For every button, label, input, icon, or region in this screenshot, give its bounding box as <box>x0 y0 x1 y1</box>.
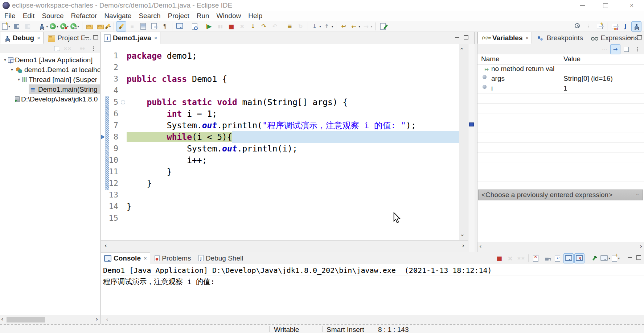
code-line-5[interactable]: 5 public static void main(String[] args)… <box>101 96 459 108</box>
code-line-10[interactable]: 10 i++; <box>101 154 459 166</box>
column-value[interactable]: Value <box>563 55 581 63</box>
back-button[interactable]: ←▾ <box>349 21 361 32</box>
scroll-lock-button[interactable] <box>542 253 552 263</box>
display-selected-console-dropdown[interactable]: ▾ <box>608 257 610 260</box>
open-resource-button[interactable] <box>95 21 106 32</box>
debug-tree-item[interactable]: Demo1.main(String <box>0 84 100 94</box>
whitespace-button[interactable]: ¶ <box>160 21 170 32</box>
maximize-button[interactable] <box>599 0 612 11</box>
forward-dropdown[interactable]: ▾ <box>371 25 373 28</box>
tab-debug[interactable]: Debug × <box>0 32 44 44</box>
code-line-3[interactable]: 3public class Demo1 { <box>101 73 459 85</box>
tab-problems[interactable]: Problems <box>152 252 194 264</box>
forward-button[interactable]: →▾ <box>362 21 373 32</box>
chevron-down-icon[interactable]: › <box>633 194 643 196</box>
debug-tree-item[interactable]: D:\Develop\Java\jdk1.8.0 <box>0 94 100 104</box>
code-editor[interactable]: 1package demo1;23public class Demo1 {45 … <box>101 44 459 240</box>
maximize-view-icon[interactable] <box>464 35 468 39</box>
code-line-13[interactable]: 13 <box>101 189 459 201</box>
minimize-button[interactable] <box>576 0 588 11</box>
step-over-button[interactable]: ↷ <box>259 21 269 32</box>
step-return-button[interactable]: ↶ <box>270 21 280 32</box>
column-name[interactable]: Name <box>481 55 500 63</box>
maximize-view-icon[interactable] <box>636 255 641 260</box>
show-logical-structure-button[interactable]: → <box>610 44 620 54</box>
variable-row[interactable]: i1 <box>477 84 644 94</box>
run-dropdown[interactable]: ▾ <box>57 25 58 28</box>
terminate-button[interactable]: ■ <box>226 21 236 32</box>
overview-ruler[interactable] <box>468 44 475 252</box>
drop-to-frame-button[interactable]: ↻ <box>295 21 305 32</box>
profile-dropdown[interactable]: ▾ <box>77 25 79 28</box>
close-icon[interactable]: × <box>154 35 157 41</box>
clear-console-button[interactable] <box>531 253 541 263</box>
pin-console-button[interactable] <box>589 253 599 263</box>
new-class-button[interactable] <box>138 21 148 32</box>
menu-search[interactable]: Search <box>135 11 164 21</box>
new-button[interactable]: ▾ <box>2 21 11 32</box>
scroll-right-icon[interactable]: › <box>95 316 98 322</box>
variable-row[interactable]: no method return val <box>477 64 644 74</box>
collapse-all-button[interactable] <box>621 44 631 54</box>
display-selected-console-button[interactable]: ▾ <box>600 253 611 263</box>
coverage-dropdown[interactable]: ▾ <box>67 25 69 28</box>
search-button[interactable] <box>573 21 583 32</box>
mark-occurrences-button[interactable] <box>116 21 126 32</box>
code-line-12[interactable]: 12 } <box>101 178 459 189</box>
menu-refactor[interactable]: Refactor <box>67 11 101 21</box>
fold-minus-icon[interactable] <box>121 100 125 104</box>
close-icon[interactable]: × <box>37 35 40 41</box>
code-line-15[interactable]: 15 <box>101 212 459 224</box>
code-line-7[interactable]: 7 System.out.println("程序调试演示，注意观察 i 的值: … <box>101 120 459 131</box>
show-on-stderr-button[interactable] <box>574 253 584 263</box>
step-into-button[interactable]: ↓ <box>248 21 258 32</box>
code-line-4[interactable]: 4 <box>101 85 459 96</box>
debug-tree-item[interactable]: ▾Thread [main] (Susper <box>0 75 100 84</box>
debug-tree-item[interactable]: ▾demo1.Demo1 at localho <box>0 65 100 75</box>
scroll-up-icon[interactable]: ‹ <box>459 47 465 50</box>
menu-window[interactable]: Window <box>213 11 245 21</box>
highlighter-button[interactable]: ▾ <box>106 21 112 32</box>
code-line-9[interactable]: 9 System.out.println(i); <box>101 143 459 154</box>
tab-demo1-java[interactable]: Demo1.java × <box>101 32 160 44</box>
variable-row[interactable]: argsString[0] (id=16) <box>477 74 644 84</box>
variables-hscrollbar[interactable]: ‹ › <box>477 242 644 252</box>
code-line-11[interactable]: 11 } <box>101 166 459 178</box>
code-line-14[interactable]: 14} <box>101 201 459 212</box>
toolbar-overflow-button[interactable] <box>584 21 594 32</box>
run-button[interactable]: ▶▾ <box>49 21 59 32</box>
resume-button[interactable]: ▶ <box>204 21 214 32</box>
minimize-view-icon[interactable] <box>628 37 633 38</box>
close-icon[interactable]: × <box>144 255 147 261</box>
next-annotation-dropdown[interactable]: ▾ <box>319 25 321 28</box>
open-task-button[interactable] <box>85 21 95 32</box>
remove-launch-button[interactable]: × <box>505 253 515 263</box>
editor-hscrollbar[interactable]: ‹ › <box>101 240 468 252</box>
profile-button[interactable]: ▶▾ <box>70 21 80 32</box>
open-perspective-button[interactable] <box>595 21 605 32</box>
save-button[interactable] <box>12 21 22 32</box>
console-output-area[interactable]: Demo1 [Java Application] D:\Develop\Java… <box>101 264 644 315</box>
expression-combo[interactable]: <Choose a previously entered expression>… <box>478 190 643 200</box>
expand-arrow-icon[interactable]: ▾ <box>9 67 15 72</box>
perspective-java-button[interactable]: J <box>620 21 631 32</box>
scroll-down-icon[interactable]: ‹ <box>459 234 465 237</box>
outline-button[interactable] <box>149 21 159 32</box>
tab-breakpoints[interactable]: Breakpoints <box>534 32 586 44</box>
coverage-button[interactable]: ▶▾ <box>60 21 70 32</box>
collapse-all-button[interactable] <box>52 43 62 54</box>
expand-arrow-icon[interactable]: ▾ <box>2 58 8 62</box>
menu-file[interactable]: File <box>1 11 19 21</box>
tab-console[interactable]: Console × <box>101 252 150 264</box>
console-hscrollbar[interactable]: ‹ <box>101 315 644 325</box>
current-line-marker[interactable] <box>469 122 474 126</box>
snippets-button[interactable]: ▪ <box>127 21 137 32</box>
show-on-stdout-button[interactable] <box>563 253 574 263</box>
next-annotation-button[interactable]: ↓▾ <box>310 21 322 32</box>
minimize-view-icon[interactable] <box>628 257 632 258</box>
debug-options-button[interactable]: ●● <box>77 43 87 54</box>
back-dropdown[interactable]: ▾ <box>358 25 360 28</box>
last-edit-location-button[interactable]: ↩ <box>339 21 349 32</box>
editor-vscrollbar[interactable]: ‹ ‹ <box>459 44 468 240</box>
previous-annotation-dropdown[interactable]: ▾ <box>332 25 333 28</box>
